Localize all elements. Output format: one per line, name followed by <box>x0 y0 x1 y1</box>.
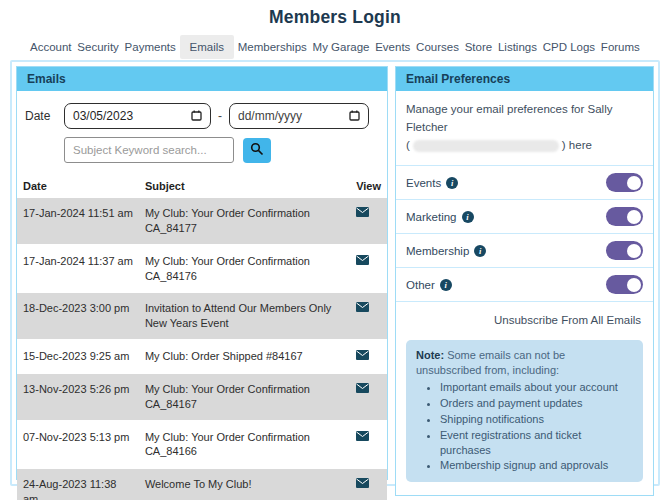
table-row: 13-Nov-2023 5:26 pm My Club: Your Order … <box>17 373 387 421</box>
toggle-knob <box>627 244 641 258</box>
tab-memberships[interactable]: Memberships <box>236 35 309 59</box>
email-subject: Welcome To My Club! <box>139 468 350 500</box>
tab-bar: Account Security Payments Emails Members… <box>0 35 670 59</box>
calendar-icon[interactable] <box>349 107 360 125</box>
view-email-icon[interactable] <box>350 340 387 373</box>
toggle-label-events: Events <box>406 177 441 189</box>
tab-cpd-logs[interactable]: CPD Logs <box>541 35 597 59</box>
email-preferences-panel: Email Preferences Manage your email pref… <box>395 66 654 496</box>
table-row: 17-Jan-2024 11:51 am My Club: Your Order… <box>17 198 387 245</box>
date-to-input[interactable] <box>229 103 369 129</box>
search-button[interactable] <box>243 138 271 163</box>
column-header-subject: Subject <box>139 175 350 198</box>
view-email-icon[interactable] <box>350 198 387 245</box>
toggle-row-membership: Membership <box>396 234 653 268</box>
tab-account[interactable]: Account <box>28 35 74 59</box>
tab-store[interactable]: Store <box>463 35 495 59</box>
intro-paren-open: ( <box>406 139 410 151</box>
note-item: Membership signup and approvals <box>440 458 633 473</box>
email-filters: Date - <box>17 91 387 169</box>
toggle-label-membership: Membership <box>406 245 469 257</box>
other-toggle[interactable] <box>606 275 643 294</box>
table-row: 15-Dec-2023 9:25 am My Club: Order Shipp… <box>17 340 387 373</box>
toggle-row-marketing: Marketing <box>396 200 653 234</box>
date-filter-label: Date <box>25 109 57 123</box>
table-row: 18-Dec-2023 3:00 pm Invitation to Attend… <box>17 292 387 340</box>
info-icon[interactable] <box>474 245 486 257</box>
email-subject: My Club: Your Order Confirmation CA_8417… <box>139 198 350 245</box>
email-date: 07-Nov-2023 5:13 pm <box>17 421 139 469</box>
view-email-icon[interactable] <box>350 245 387 293</box>
calendar-icon[interactable] <box>191 107 202 125</box>
tab-emails[interactable]: Emails <box>180 35 235 59</box>
info-icon[interactable] <box>462 211 474 223</box>
email-date: 15-Dec-2023 9:25 am <box>17 340 139 373</box>
tab-security[interactable]: Security <box>75 35 121 59</box>
note-item: Event registrations and ticket purchases <box>440 428 633 458</box>
view-email-icon[interactable] <box>350 373 387 421</box>
date-to-value[interactable] <box>238 109 349 123</box>
email-subject: My Club: Your Order Confirmation CA_8416… <box>139 373 350 421</box>
column-header-date: Date <box>17 175 139 198</box>
toggle-row-other: Other <box>396 268 653 302</box>
toggle-knob <box>627 176 641 190</box>
redacted-email-address <box>413 140 559 152</box>
tab-my-garage[interactable]: My Garage <box>311 35 372 59</box>
subject-search-input[interactable] <box>64 137 234 163</box>
email-date: 17-Jan-2024 11:37 am <box>17 245 139 293</box>
toggle-knob <box>627 278 641 292</box>
info-icon[interactable] <box>446 177 458 189</box>
email-date: 18-Dec-2023 3:00 pm <box>17 292 139 340</box>
marketing-toggle[interactable] <box>606 207 643 226</box>
intro-paren-close: ) here <box>562 139 592 151</box>
search-icon <box>250 142 264 159</box>
date-from-value[interactable] <box>73 109 191 123</box>
note-label: Note: <box>416 349 444 361</box>
tab-courses[interactable]: Courses <box>414 35 461 59</box>
view-email-icon[interactable] <box>350 468 387 500</box>
date-from-input[interactable] <box>64 103 211 129</box>
emails-panel: Emails Date - <box>16 66 388 480</box>
table-row: 07-Nov-2023 5:13 pm My Club: Your Order … <box>17 421 387 469</box>
email-subject: Invitation to Attend Our Members Only Ne… <box>139 292 350 340</box>
view-email-icon[interactable] <box>350 421 387 469</box>
note-list: Important emails about your account Orde… <box>416 380 633 473</box>
email-subject: My Club: Your Order Confirmation CA_8417… <box>139 245 350 293</box>
events-toggle[interactable] <box>606 173 643 192</box>
view-email-icon[interactable] <box>350 292 387 340</box>
page-title: Members Login <box>0 0 670 28</box>
tab-events[interactable]: Events <box>373 35 412 59</box>
table-row: 24-Aug-2023 11:38 am Welcome To My Club! <box>17 468 387 500</box>
email-date: 17-Jan-2024 11:51 am <box>17 198 139 245</box>
toggle-label-marketing: Marketing <box>406 211 457 223</box>
info-icon[interactable] <box>440 279 452 291</box>
toggle-label-other: Other <box>406 279 435 291</box>
emails-panel-header: Emails <box>17 67 387 91</box>
tab-payments[interactable]: Payments <box>123 35 178 59</box>
note-item: Important emails about your account <box>440 380 633 395</box>
preferences-intro: Manage your email preferences for Sally … <box>396 91 653 166</box>
toggle-row-events: Events <box>396 166 653 200</box>
email-date: 24-Aug-2023 11:38 am <box>17 468 139 500</box>
email-subject: My Club: Your Order Confirmation CA_8416… <box>139 421 350 469</box>
table-row: 17-Jan-2024 11:37 am My Club: Your Order… <box>17 245 387 293</box>
column-header-view: View <box>350 175 387 198</box>
note-item: Shipping notifications <box>440 412 633 427</box>
table-header-row: Date Subject View <box>17 175 387 198</box>
toggle-knob <box>627 210 641 224</box>
emails-table: Date Subject View 17-Jan-2024 11:51 am M… <box>17 175 387 500</box>
preferences-panel-header: Email Preferences <box>396 67 653 91</box>
date-range-separator: - <box>218 109 222 123</box>
intro-text: Manage your email preferences for Sally … <box>406 103 612 133</box>
unsubscribe-all-link[interactable]: Unsubscribe From All Emails <box>396 302 653 330</box>
note-item: Orders and payment updates <box>440 396 633 411</box>
tab-listings[interactable]: Listings <box>496 35 539 59</box>
email-date: 13-Nov-2023 5:26 pm <box>17 373 139 421</box>
email-subject: My Club: Order Shipped #84167 <box>139 340 350 373</box>
content-container: Emails Date - <box>10 60 660 486</box>
tab-forums[interactable]: Forums <box>599 35 642 59</box>
note-box: Note: Some emails can not be unsubscribe… <box>406 340 643 482</box>
membership-toggle[interactable] <box>606 241 643 260</box>
